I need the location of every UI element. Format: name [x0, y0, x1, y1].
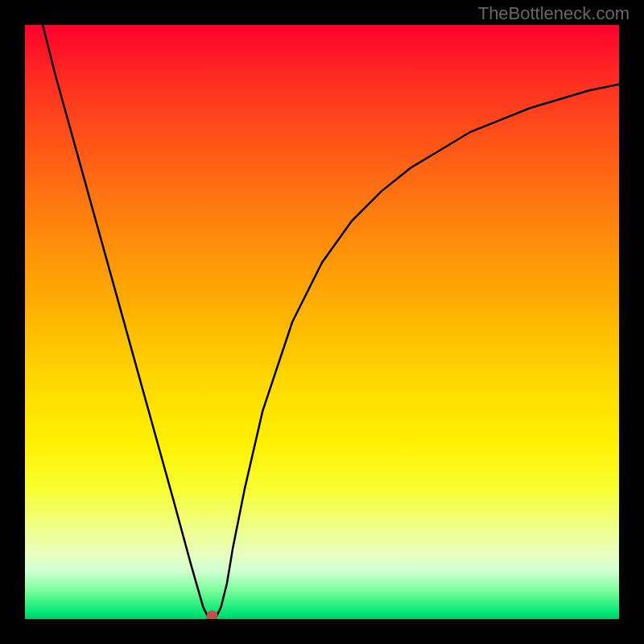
- bottleneck-curve: [43, 25, 619, 619]
- optimal-point-marker: [207, 610, 218, 619]
- chart-plot-area: [25, 25, 619, 619]
- watermark-text: TheBottleneck.com: [478, 3, 630, 24]
- chart-svg: [25, 25, 619, 619]
